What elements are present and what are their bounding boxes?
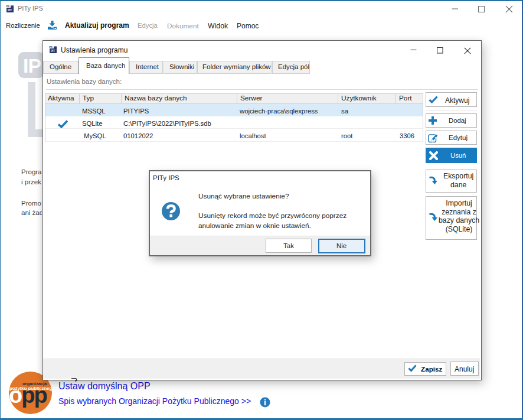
svg-text:PIT: PIT bbox=[51, 50, 55, 53]
svg-text:IPS: IPS bbox=[49, 46, 53, 48]
svg-text:PIT: PIT bbox=[8, 9, 12, 12]
svg-text:IPS: IPS bbox=[6, 5, 9, 8]
